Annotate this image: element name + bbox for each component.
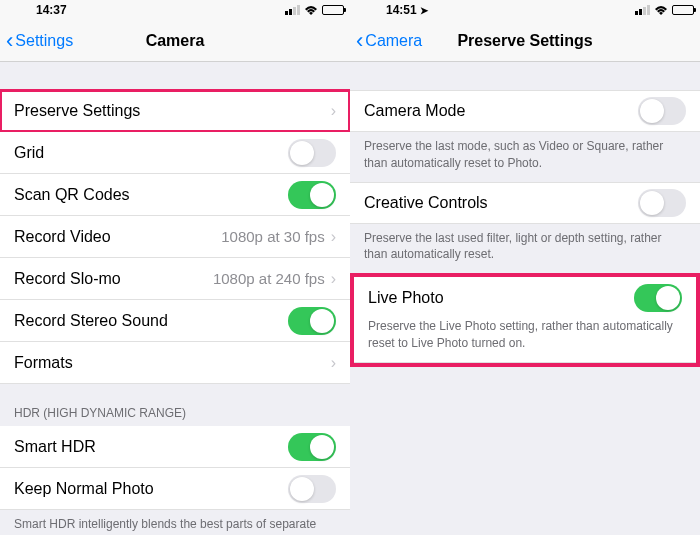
preserve-list: Camera Mode Preserve the last mode, such… <box>350 90 700 367</box>
row-label: Grid <box>14 144 288 162</box>
nav-bar: ‹ Settings Camera <box>0 20 350 62</box>
section-footer-creative: Preserve the last used filter, light or … <box>350 224 700 274</box>
back-label: Camera <box>365 32 422 50</box>
status-right <box>635 5 694 15</box>
section-footer-live-photo: Preserve the Live Photo setting, rather … <box>354 318 696 363</box>
row-scan-qr[interactable]: Scan QR Codes <box>0 174 350 216</box>
creative-controls-toggle[interactable] <box>638 189 686 217</box>
nav-bar: ‹ Camera Preserve Settings <box>350 20 700 62</box>
row-keep-normal[interactable]: Keep Normal Photo <box>0 468 350 510</box>
chevron-left-icon: ‹ <box>6 30 13 52</box>
status-time: 14:37 <box>6 3 67 17</box>
row-smart-hdr[interactable]: Smart HDR <box>0 426 350 468</box>
back-button[interactable]: ‹ Settings <box>0 30 73 52</box>
status-left: 14:51 ➤ <box>356 3 428 17</box>
row-label: Record Slo-mo <box>14 270 213 288</box>
chevron-right-icon: › <box>331 228 336 246</box>
row-live-photo[interactable]: Live Photo <box>354 277 696 319</box>
stereo-toggle[interactable] <box>288 307 336 335</box>
section-footer-camera-mode: Preserve the last mode, such as Video or… <box>350 132 700 182</box>
back-button[interactable]: ‹ Camera <box>350 30 422 52</box>
row-record-video[interactable]: Record Video 1080p at 30 fps › <box>0 216 350 258</box>
row-label: Smart HDR <box>14 438 288 456</box>
row-detail: 1080p at 30 fps <box>221 228 324 245</box>
camera-mode-toggle[interactable] <box>638 97 686 125</box>
status-bar: 14:51 ➤ <box>350 0 700 20</box>
signal-icon <box>635 5 650 15</box>
scan-qr-toggle[interactable] <box>288 181 336 209</box>
chevron-right-icon: › <box>331 102 336 120</box>
signal-icon <box>285 5 300 15</box>
row-label: Keep Normal Photo <box>14 480 288 498</box>
live-photo-toggle[interactable] <box>634 284 682 312</box>
row-record-slomo[interactable]: Record Slo-mo 1080p at 240 fps › <box>0 258 350 300</box>
row-label: Preserve Settings <box>14 102 331 120</box>
row-label: Record Video <box>14 228 221 246</box>
battery-icon <box>322 5 344 15</box>
row-stereo-sound[interactable]: Record Stereo Sound <box>0 300 350 342</box>
screen-preserve-settings: 14:51 ➤ ‹ Camera Preserve Settings Camer… <box>350 0 700 535</box>
section-header-hdr: HDR (HIGH DYNAMIC RANGE) <box>0 384 350 426</box>
section-live-photo: Live Photo Preserve the Live Photo setti… <box>350 273 700 367</box>
smart-hdr-toggle[interactable] <box>288 433 336 461</box>
row-label: Camera Mode <box>364 102 638 120</box>
grid-toggle[interactable] <box>288 139 336 167</box>
status-bar: 14:37 <box>0 0 350 20</box>
screen-camera-settings: 14:37 ‹ Settings Camera Preserve Setting… <box>0 0 350 535</box>
row-label: Record Stereo Sound <box>14 312 288 330</box>
row-creative-controls[interactable]: Creative Controls <box>350 182 700 224</box>
row-detail: 1080p at 240 fps <box>213 270 325 287</box>
wifi-icon <box>654 5 668 15</box>
settings-list: Preserve Settings › Grid Scan QR Codes R… <box>0 90 350 535</box>
battery-icon <box>672 5 694 15</box>
row-label: Creative Controls <box>364 194 638 212</box>
row-grid[interactable]: Grid <box>0 132 350 174</box>
row-label: Formats <box>14 354 331 372</box>
row-formats[interactable]: Formats › <box>0 342 350 384</box>
row-label: Live Photo <box>368 289 634 307</box>
chevron-right-icon: › <box>331 354 336 372</box>
chevron-left-icon: ‹ <box>356 30 363 52</box>
back-label: Settings <box>15 32 73 50</box>
status-right <box>285 5 344 15</box>
section-footer-hdr: Smart HDR intelligently blends the best … <box>0 510 350 535</box>
keep-normal-toggle[interactable] <box>288 475 336 503</box>
row-label: Scan QR Codes <box>14 186 288 204</box>
chevron-right-icon: › <box>331 270 336 288</box>
row-preserve-settings[interactable]: Preserve Settings › <box>0 90 350 132</box>
row-camera-mode[interactable]: Camera Mode <box>350 90 700 132</box>
wifi-icon <box>304 5 318 15</box>
location-icon: ➤ <box>420 5 428 16</box>
status-time: 14:51 <box>386 3 417 17</box>
